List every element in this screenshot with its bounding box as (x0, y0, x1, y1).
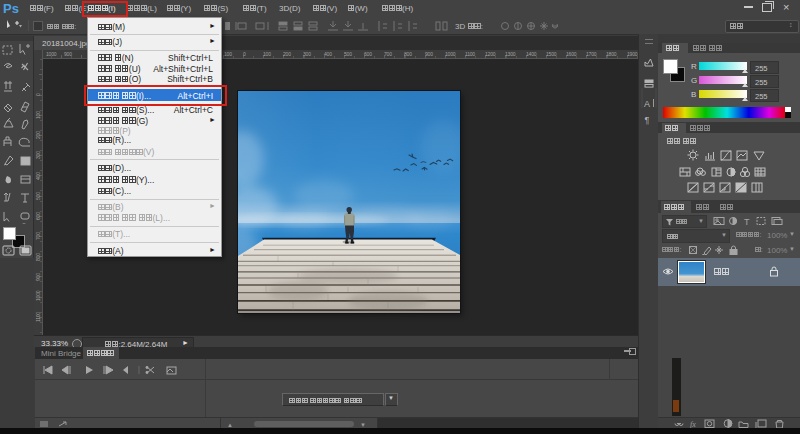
svg-text:T: T (744, 217, 750, 227)
svg-text:A: A (644, 99, 650, 109)
svg-text:¶: ¶ (645, 115, 650, 125)
svg-text:fx: fx (690, 420, 696, 428)
